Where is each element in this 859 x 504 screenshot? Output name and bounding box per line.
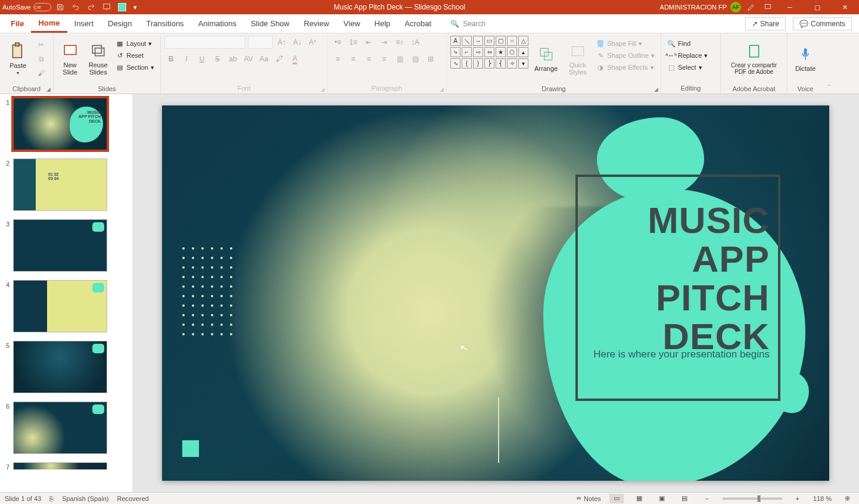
change-case-icon[interactable]: Aa xyxy=(257,52,270,66)
shape-callout-icon[interactable]: ✧ xyxy=(507,58,517,69)
font-size-input[interactable] xyxy=(248,36,273,49)
select-button[interactable]: ⬚Select▾ xyxy=(665,62,710,73)
strikethrough-icon[interactable]: S̶ xyxy=(211,52,224,66)
shapes-gallery[interactable]: A ＼ → ▭ ▢ ○ △ ⤷ ⌐ ⇨ ⇔ ★ ⬠ ▴ xyxy=(450,36,528,69)
shape-connector-icon[interactable]: ⤷ xyxy=(450,47,460,57)
start-from-beginning-icon[interactable] xyxy=(100,1,113,13)
slide-canvas-area[interactable]: MUSIC APP PITCH DECK Here is where your … xyxy=(132,94,859,492)
undo-icon[interactable] xyxy=(69,1,82,13)
shadow-icon[interactable]: ab xyxy=(226,52,239,66)
thumbnail-1[interactable]: MUSIC APP PITCH DECK xyxy=(13,98,107,150)
thumbnail-5[interactable] xyxy=(13,341,107,393)
ribbon-display-icon[interactable] xyxy=(761,1,774,13)
new-slide-button[interactable]: New Slide xyxy=(57,36,83,81)
tab-transitions[interactable]: Transitions xyxy=(139,14,191,33)
save-icon[interactable] xyxy=(54,1,67,13)
qat-more-icon[interactable]: ▾ xyxy=(131,1,139,13)
shape-bidir-icon[interactable]: ⇔ xyxy=(484,47,494,57)
align-text-icon[interactable]: ▤ xyxy=(409,52,422,66)
font-launcher-icon[interactable]: ◢ xyxy=(320,86,325,92)
shape-more-up-icon[interactable]: ▴ xyxy=(518,47,528,57)
zoom-level[interactable]: 118 % xyxy=(813,495,832,502)
shape-rbrace-icon[interactable]: } xyxy=(473,58,483,69)
decrease-indent-icon[interactable]: ⇤ xyxy=(362,36,375,49)
comments-button[interactable]: 💬Comments xyxy=(793,17,852,30)
font-family-input[interactable] xyxy=(164,36,245,49)
tab-file[interactable]: File xyxy=(4,14,31,33)
shape-more-down-icon[interactable]: ▾ xyxy=(518,58,528,69)
find-button[interactable]: 🔍Find xyxy=(665,38,710,49)
font-color-icon[interactable]: A xyxy=(288,52,301,66)
autosave-toggle[interactable]: AutoSave Off xyxy=(2,3,51,11)
slide-position[interactable]: Slide 1 of 43 xyxy=(5,495,41,502)
bullets-icon[interactable]: •≡ xyxy=(331,36,344,49)
justify-icon[interactable]: ≡ xyxy=(378,52,391,66)
shape-fill-button[interactable]: 🪣Shape Fill▾ xyxy=(594,38,657,49)
increase-indent-icon[interactable]: ⇥ xyxy=(378,36,391,49)
smartart-icon[interactable]: ⊞ xyxy=(424,52,437,66)
zoom-in-icon[interactable]: + xyxy=(790,494,805,503)
slideshow-view-icon[interactable]: ▤ xyxy=(677,494,692,503)
paragraph-launcher-icon[interactable]: ◢ xyxy=(440,86,444,92)
dictate-button[interactable]: Dictate xyxy=(791,36,820,81)
shape-lbrace-icon[interactable]: { xyxy=(462,58,472,69)
quick-styles-button[interactable]: Quick Styles xyxy=(564,36,592,81)
search-icon[interactable]: 🔍 xyxy=(450,20,459,28)
section-button[interactable]: ▤Section▾ xyxy=(113,62,157,73)
decrease-font-icon[interactable]: A↓ xyxy=(291,36,304,49)
shape-textbox-icon[interactable]: A xyxy=(450,36,460,46)
shape-rect-icon[interactable]: ▭ xyxy=(484,36,494,46)
search-input[interactable]: Search xyxy=(463,20,485,28)
line-spacing-icon[interactable]: ≡↕ xyxy=(393,36,406,49)
accessibility-icon[interactable]: ⎘ xyxy=(49,495,54,502)
tab-review[interactable]: Review xyxy=(297,14,337,33)
shape-star-icon[interactable]: ★ xyxy=(496,47,506,57)
minimize-icon[interactable]: ─ xyxy=(778,0,802,14)
tab-help[interactable]: Help xyxy=(368,14,398,33)
thumbnail-4[interactable]: OUR COMPANY xyxy=(13,280,107,332)
shape-brace3-icon[interactable]: ⎨ xyxy=(496,58,506,69)
drawing-launcher-icon[interactable]: ◢ xyxy=(654,86,658,92)
shape-pentagon-icon[interactable]: ⬠ xyxy=(507,47,517,57)
thumbnail-6[interactable]: PROBLEM xyxy=(13,402,107,454)
reset-button[interactable]: ↺Reset xyxy=(113,50,157,61)
shape-triangle-icon[interactable]: △ xyxy=(518,36,528,46)
shape-curve-icon[interactable]: ∿ xyxy=(450,58,460,69)
close-icon[interactable]: ✕ xyxy=(833,0,857,14)
redo-icon[interactable] xyxy=(85,1,98,13)
copy-icon[interactable]: ⧉ xyxy=(35,52,48,66)
thumbnail-7[interactable] xyxy=(13,462,107,469)
fit-to-window-icon[interactable]: ⊕ xyxy=(840,494,854,503)
numbering-icon[interactable]: 1≡ xyxy=(347,36,360,49)
reuse-slides-button[interactable]: Reuse Slides xyxy=(85,36,111,81)
tab-acrobat[interactable]: Acrobat xyxy=(397,14,438,33)
shape-blockarrow-icon[interactable]: ⇨ xyxy=(473,47,483,57)
tab-view[interactable]: View xyxy=(337,14,368,33)
collapse-ribbon-icon[interactable]: ˆ xyxy=(828,85,830,91)
italic-icon[interactable]: I xyxy=(180,52,193,66)
thumbnail-2[interactable]: 01 02 03 04 xyxy=(13,158,107,211)
zoom-slider[interactable] xyxy=(723,497,782,500)
maximize-icon[interactable]: ▢ xyxy=(805,0,829,14)
arrange-button[interactable]: Arrange xyxy=(531,36,561,81)
clipboard-launcher-icon[interactable]: ◢ xyxy=(46,86,51,92)
bold-icon[interactable]: B xyxy=(164,52,178,66)
slide-1[interactable]: MUSIC APP PITCH DECK Here is where your … xyxy=(162,105,829,481)
normal-view-icon[interactable]: ▭ xyxy=(609,494,624,503)
cut-icon[interactable]: ✂ xyxy=(35,38,48,51)
slide-thumbnails-panel[interactable]: 1 MUSIC APP PITCH DECK 2 01 02 03 04 3 I… xyxy=(0,94,132,492)
acrobat-create-pdf-button[interactable]: Crear y compartir PDF de Adobe xyxy=(724,36,783,81)
underline-icon[interactable]: U xyxy=(195,52,208,66)
shape-elbow-icon[interactable]: ⌐ xyxy=(462,47,472,57)
shape-line-icon[interactable]: ＼ xyxy=(462,36,472,46)
replace-button[interactable]: ᵃ↔ᵇReplace▾ xyxy=(665,50,710,61)
columns-icon[interactable]: ▥ xyxy=(393,52,406,66)
clear-formatting-icon[interactable]: Aˣ xyxy=(306,36,319,49)
share-button[interactable]: ↗Share xyxy=(745,17,786,30)
tab-insert[interactable]: Insert xyxy=(67,14,101,33)
increase-font-icon[interactable]: A↑ xyxy=(275,36,288,49)
shape-effects-button[interactable]: ◑Shape Effects▾ xyxy=(594,62,657,73)
zoom-out-icon[interactable]: − xyxy=(700,494,714,503)
paste-button[interactable]: Paste ▾ xyxy=(4,36,32,81)
qat-color-swatch[interactable] xyxy=(116,1,129,13)
